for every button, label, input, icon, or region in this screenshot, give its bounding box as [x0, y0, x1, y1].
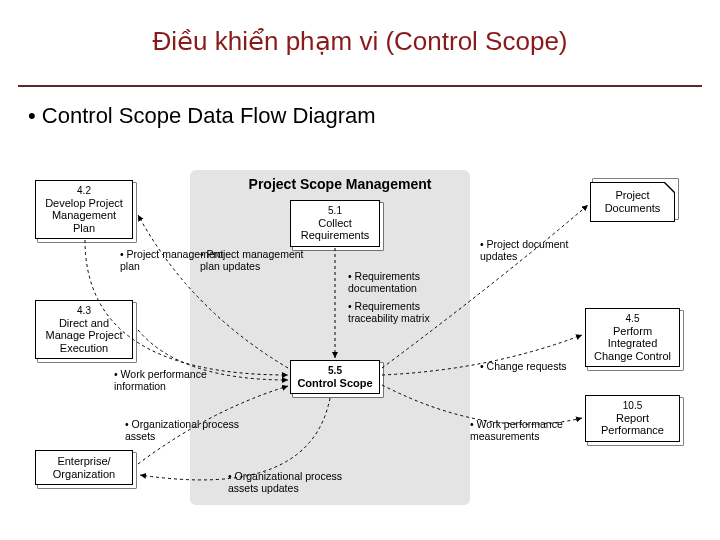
box-4-2: 4.2 Develop Project Management Plan: [35, 180, 133, 239]
box-5-1-num: 5.1: [295, 205, 375, 217]
psm-group-title: Project Scope Management: [240, 176, 440, 192]
box-5-1: 5.1 Collect Requirements: [290, 200, 380, 247]
bullet-pdu: Project document updates: [480, 238, 600, 262]
box-4-3-txt: Direct and Manage Project Execution: [40, 317, 128, 355]
bullet-opa: Organizational process assets: [125, 418, 245, 442]
bullet-cr: Change requests: [480, 360, 567, 372]
box-5-1-txt: Collect Requirements: [295, 217, 375, 242]
box-10-5-num: 10.5: [590, 400, 675, 412]
bullet-pmpu: Project management plan updates: [200, 248, 320, 272]
box-project-documents: Project Documents: [590, 182, 675, 222]
box-10-5: 10.5 Report Performance: [585, 395, 680, 442]
box-4-5: 4.5 Perform Integrated Change Control: [585, 308, 680, 367]
divider: [18, 85, 702, 87]
box-5-5-num: 5.5: [295, 365, 375, 377]
box-project-documents-txt: Project Documents: [605, 189, 661, 214]
page-title: Điều khiển phạm vi (Control Scope): [0, 0, 720, 57]
box-4-2-num: 4.2: [40, 185, 128, 197]
box-4-2-txt: Develop Project Management Plan: [40, 197, 128, 235]
bullet-reqdoc: Requirements documentation: [348, 270, 468, 294]
box-4-5-txt: Perform Integrated Change Control: [590, 325, 675, 363]
box-10-5-txt: Report Performance: [590, 412, 675, 437]
box-enterprise: Enterprise/ Organization: [35, 450, 133, 485]
box-5-5: 5.5 Control Scope: [290, 360, 380, 394]
bullet-wpi: Work performance information: [114, 368, 234, 392]
diagram-canvas: Project Scope Management 4.2 Develop Pro…: [30, 170, 690, 510]
bullet-opau: Organizational process assets updates: [228, 470, 348, 494]
bullet-reqtrace: Requirements traceability matrix: [348, 300, 468, 324]
box-4-3-num: 4.3: [40, 305, 128, 317]
subheading: Control Scope Data Flow Diagram: [0, 95, 720, 137]
bullet-wpm: Work performance measurements: [470, 418, 590, 442]
box-5-5-txt: Control Scope: [295, 377, 375, 390]
box-enterprise-txt: Enterprise/ Organization: [40, 455, 128, 480]
box-4-3: 4.3 Direct and Manage Project Execution: [35, 300, 133, 359]
box-4-5-num: 4.5: [590, 313, 675, 325]
